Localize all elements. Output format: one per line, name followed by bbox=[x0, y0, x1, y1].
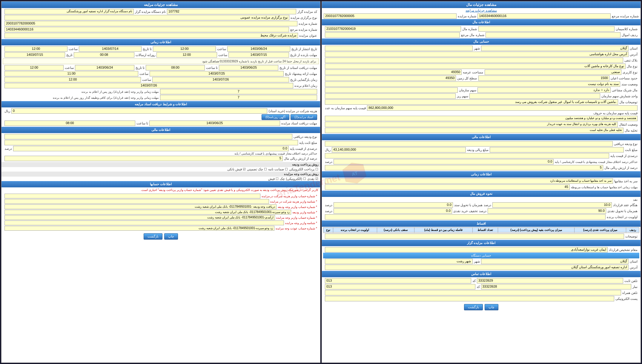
blak-label: بلاک تنفی bbox=[624, 58, 638, 62]
masahat-ayan-label: حدود مساحت اعیان bbox=[611, 76, 638, 80]
mali-info-content: نوع ودیعه دریافتی مبلغ ثابت مبلغ ریالی و… bbox=[322, 140, 641, 171]
telf-hamrah-value bbox=[325, 290, 621, 295]
account-label-6: * شماره حساب عوذت وجه مزایده bbox=[276, 227, 317, 230]
shomare-kalas-value bbox=[478, 26, 615, 32]
shmara-morajeh-value: 140334460000116 bbox=[477, 13, 610, 19]
left-darsad-arsh-label: درصد از ارزش ریالی مال bbox=[284, 157, 317, 161]
mozayedeh-gzar-title: اطلاعات مزایده گزار bbox=[322, 240, 641, 246]
mali-row2: مبلغ ثابت مبلغ ریالی ودیعه 43,140,000,00… bbox=[323, 147, 639, 153]
left-zamani-content: تاریخ انتشار از تاریخ 1403/06/24 ساعت 12… bbox=[1, 45, 320, 101]
asnad-row1: هزینه شرکت در مزایده (خرید اسناد) 0 ریال bbox=[3, 108, 319, 114]
right-bargasht-button[interactable]: بازگشت bbox=[464, 304, 483, 310]
tozih-hamahangi-value: برای بازدید از محل حتما 24 ساعت قبل از ت… bbox=[5, 59, 317, 64]
saat-label2: ساعت bbox=[69, 47, 78, 51]
mohlat-vazie-label: مهلت زمانی وازیر وجه (عقد قرارداد) برای … bbox=[4, 96, 159, 99]
asnad-row3: مهلت دریافت اسناد مزایده 1403/06/25 تا س… bbox=[3, 120, 319, 126]
left-chap-button[interactable]: چاپ bbox=[164, 233, 178, 240]
tarikh-enteshar-ta: 1403/07/14 bbox=[79, 46, 142, 52]
taghlil-label: تخفیف خرید نقدی bbox=[453, 209, 478, 213]
mohlat-zamani-label: مهلت زمانی اخذ مقامها حساب ها و استعلاما… bbox=[571, 186, 638, 189]
saat-enteshar-ta: 12:00 bbox=[4, 46, 67, 52]
adrs-label: آدرس bbox=[630, 53, 638, 56]
account-value-3: زد وجو سیرده-0117849501001- بانک ملی ایر… bbox=[4, 210, 291, 215]
tamas-content: تلفن ثابت 33323929 کد 013 نمار 33323928 … bbox=[322, 277, 641, 302]
code-sabt-label: کد bbox=[472, 279, 476, 283]
left-mablag-sabt-value bbox=[4, 140, 298, 145]
mal-sharik-label: مال شریک مشاعی bbox=[612, 88, 638, 92]
hesabi-row1: استان گیلان شهر bbox=[323, 45, 639, 51]
hangam-label: هنگام عقد قرارداد bbox=[613, 203, 638, 207]
gzar-shahr-label: شهر bbox=[474, 260, 480, 263]
tozih-value bbox=[325, 234, 624, 239]
account-row-0: * شماره حساب وازیر هزینه شرکت در مزایده bbox=[3, 193, 319, 199]
mohlat-amzae-label: مهلت زمانی وازیر وجه (عقد قرارداد) روز پ… bbox=[4, 90, 159, 93]
mohlat-ostan-az-saat: 08:00 bbox=[146, 65, 205, 70]
tozih-mal-label: توضیحات مال bbox=[619, 100, 638, 104]
ostad-mozayedeh-btn[interactable]: استاد مزایده(2) bbox=[291, 114, 317, 120]
account-label-4: * شماره حساب وازیر وجه مزایده bbox=[276, 216, 317, 219]
telf-sabt-label: تلفن ثابت bbox=[624, 279, 638, 283]
shomare-mal-label: شماره کلاسیمان bbox=[616, 27, 638, 31]
shmara-mal-mrj-label: شماره مال مرجع bbox=[461, 33, 484, 37]
hesabha-content: * شماره حساب وازیر هزینه شرکت در مزایده … bbox=[1, 193, 320, 232]
left-zamani-row3: مهلت دریافت استاند از تاریخ 1403/06/25 ت… bbox=[3, 65, 319, 71]
masahat-arza-value: 49350 bbox=[325, 70, 462, 75]
darsad-label3: درصد bbox=[325, 203, 332, 207]
darsad-label2: درصد bbox=[484, 203, 491, 207]
darsad-gheimat-value bbox=[325, 153, 609, 158]
asnad-content: هزینه شرکت در مزایده (خرید اسناد) 0 ریال… bbox=[1, 107, 320, 127]
bar-akhd-value: سر به اخذ مقامها حساب و استعلامات مربوطه… bbox=[325, 178, 613, 184]
left-zamani-row6: زمان اعلام برنده 1403/07/26 bbox=[3, 83, 319, 89]
nov-karabar-label: نوع کاربری bbox=[623, 70, 638, 74]
hamzaman-tahvil-label: همزمان با تحویل سند bbox=[454, 203, 483, 207]
ta-saat-label: تا ساعت bbox=[206, 66, 218, 70]
hamzaman-naghd-label: همزمان با تحویل نقدی bbox=[607, 209, 638, 213]
vahed-sharsh-label: واحد شمارش سهم سازمان bbox=[601, 94, 638, 98]
mohlat-amzae-value: 7 bbox=[160, 89, 317, 94]
ta-label2: تا تاریخ bbox=[136, 66, 145, 70]
darsad-unit2: درصد bbox=[4, 147, 12, 151]
nov-bargrazi-value: نوع برگزاری مزایده مزایده عمومی bbox=[4, 15, 289, 20]
account-value-5 bbox=[4, 220, 284, 225]
agahi-rozname-btn[interactable]: آگهی روزنامه(0) bbox=[262, 114, 289, 120]
saat-mohlat-az: 12:00 bbox=[156, 52, 217, 58]
onvan-mozayedeh-value: مزایده شرکت درقک محیط bbox=[4, 33, 298, 38]
pardakht-voje-title: روش پرداخت وجه مزایده bbox=[284, 172, 318, 176]
left-mali-title: اطلاعات مالی bbox=[1, 127, 320, 133]
col-tedad: تعداد اقساط bbox=[472, 228, 498, 232]
account-label-5: * شناسه وازیر وجه مزایده bbox=[285, 221, 317, 225]
sahm-riz-label: سهم ریز bbox=[457, 94, 468, 98]
left-mali-row5: درصد از ارزش ریالی مال 5 bbox=[3, 155, 319, 161]
zaman-barganshasi-value: 1403/07/26 bbox=[152, 77, 289, 82]
sath-zamin-label: سطح کل زمین bbox=[457, 76, 477, 80]
breadcrumb[interactable]: مشاهده جزئیات مرایعه bbox=[322, 8, 641, 13]
gzar-row1: مقام تشخیص قرارداد ایمان غریب نوازاسعدآب… bbox=[323, 247, 639, 253]
mali-info-title: اطلاعات مالی bbox=[322, 134, 641, 140]
left-nov-vadieh-value bbox=[4, 134, 292, 139]
right-chap-button[interactable]: چاپ bbox=[485, 304, 498, 310]
left-shmara-mozayedeh-label: شماره مزایده bbox=[299, 22, 317, 26]
left-row1: کد مزایده گزار 107782 نام دستگاه مزایده … bbox=[3, 9, 319, 15]
tozih-row: توضیحات bbox=[323, 233, 639, 239]
nov-vadieh-label: نوع ودیعه دریافتی bbox=[614, 142, 638, 146]
hesabi-row9: واحد شمارش سهم سازمان سهم ریز bbox=[323, 93, 639, 99]
zaman-pishnahadeh-saat: 11:00 bbox=[4, 71, 138, 76]
left-shmara-mozayedeh-value: 2003107782000005 bbox=[4, 21, 297, 26]
pardakht-electronic: ☐ پرداخت الکترونیکی bbox=[289, 167, 318, 171]
nov-karabar-value: صنعتی bbox=[485, 70, 621, 75]
mal-info-content: شماره کلاسیمان شماره مال 210310778200041… bbox=[322, 25, 641, 38]
tozih-label: توضیحات bbox=[625, 235, 638, 238]
nov-mal-label: نوع مال bbox=[627, 64, 638, 68]
shmara-mal-mrj-value bbox=[325, 32, 460, 38]
vahed-sharsh-value bbox=[469, 93, 600, 99]
mali-row5: درصد از ارزش ریالی مال 5 bbox=[323, 165, 639, 171]
forush-row2: هنگام عقد قرارداد 10.0 درصد همزمان با تح… bbox=[323, 202, 639, 208]
left-shmara-morajeh-label: شماره مزایده مرجع bbox=[290, 28, 317, 32]
left-bargasht-button[interactable]: بازگشت bbox=[144, 233, 162, 240]
mal-info-title: اطلاعات مال bbox=[322, 19, 641, 25]
gheimat-paya-value-row: هشتصد و شصت و دو میلیارد و دو عبلیارد و … bbox=[323, 115, 639, 121]
telf-hamrah-label: تلفن همراه bbox=[622, 291, 638, 295]
gzar-adrs-label: آدرس bbox=[630, 266, 638, 269]
forush-content: نقد هنگام عقد قرارداد 10.0 درصد همزمان ب… bbox=[322, 197, 641, 220]
tahliyeh-mal-label: تخلیه مال bbox=[625, 129, 638, 132]
